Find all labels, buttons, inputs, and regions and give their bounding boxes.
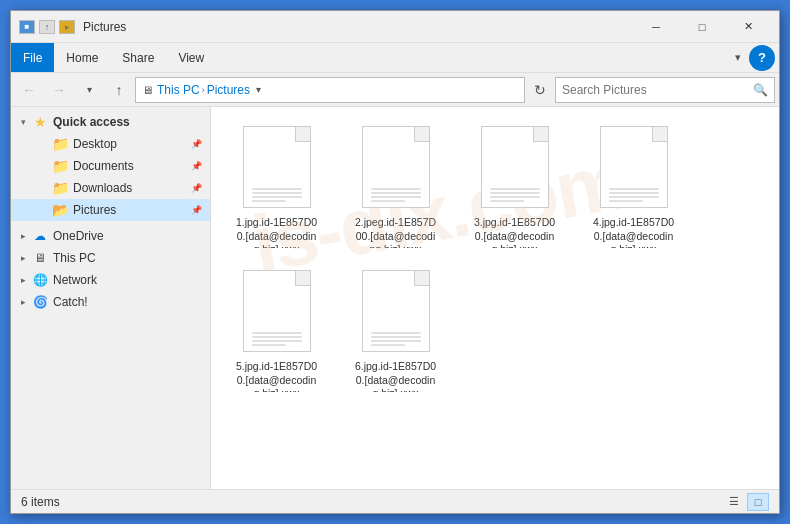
refresh-button[interactable]: ↻ — [527, 77, 553, 103]
menu-bar: File Home Share View ▾ ? — [11, 43, 779, 73]
title-bar-icons: ■ ↑ ▸ — [19, 20, 75, 34]
menu-file[interactable]: File — [11, 43, 54, 72]
file-name-6: 6.jpg.id-1E857D00.[data@decoding.biz].xw… — [355, 360, 436, 392]
sidebar-documents-label: Documents — [73, 159, 134, 173]
sidebar-item-network[interactable]: ▸ 🌐 Network — [11, 269, 210, 291]
quick-access-label: Quick access — [53, 115, 130, 129]
sidebar-item-downloads[interactable]: ▸ 📁 Downloads 📌 — [11, 177, 210, 199]
tb-icon-1: ■ — [19, 20, 35, 34]
menu-share[interactable]: Share — [110, 43, 166, 72]
close-button[interactable]: ✕ — [725, 11, 771, 43]
recent-locations-button[interactable]: ▾ — [75, 77, 103, 103]
file-thumb-6 — [356, 266, 436, 356]
file-doc-icon-2 — [362, 126, 430, 208]
file-doc-icon-6 — [362, 270, 430, 352]
tb-icon-3: ▸ — [59, 20, 75, 34]
address-bar: ← → ▾ ↑ 🖥 This PC › Pictures ▾ ↻ 🔍 — [11, 73, 779, 107]
pin-documents-icon: 📌 — [191, 161, 202, 171]
expand-network[interactable]: ▸ — [15, 272, 31, 288]
breadcrumb-bar[interactable]: 🖥 This PC › Pictures ▾ — [135, 77, 525, 103]
file-item-6[interactable]: 6.jpg.id-1E857D00.[data@decoding.biz].xw… — [338, 259, 453, 399]
sidebar-item-pictures[interactable]: ▸ 📂 Pictures 📌 — [11, 199, 210, 221]
file-thumb-5 — [237, 266, 317, 356]
sidebar-item-catch[interactable]: ▸ 🌀 Catch! — [11, 291, 210, 313]
tb-icon-2: ↑ — [39, 20, 55, 34]
menu-chevron-down[interactable]: ▾ — [727, 51, 749, 64]
expand-quick-access[interactable]: ▾ — [15, 114, 31, 130]
file-thumb-3 — [475, 122, 555, 212]
onedrive-icon: ☁ — [31, 228, 49, 244]
view-buttons: ☰ □ — [723, 493, 769, 511]
file-thumb-1 — [237, 122, 317, 212]
file-doc-icon-3 — [481, 126, 549, 208]
window-controls: ─ □ ✕ — [633, 11, 771, 43]
file-item-4[interactable]: 4.jpg.id-1E857D00.[data@decoding.biz].xw… — [576, 115, 691, 255]
sidebar-network-label: Network — [53, 273, 97, 287]
expand-onedrive[interactable]: ▸ — [15, 228, 31, 244]
sidebar-downloads-label: Downloads — [73, 181, 132, 195]
file-name-2: 2.jpeg.id-1E857D00.[data@decoding.biz].x… — [355, 216, 436, 248]
sidebar-pictures-label: Pictures — [73, 203, 116, 217]
large-icon-view-button[interactable]: □ — [747, 493, 769, 511]
bc-icon: 🖥 — [142, 84, 153, 96]
pin-downloads-icon: 📌 — [191, 183, 202, 193]
sidebar-item-thispc[interactable]: ▸ 🖥 This PC — [11, 247, 210, 269]
up-button[interactable]: ↑ — [105, 77, 133, 103]
documents-folder-icon: 📁 — [51, 158, 69, 174]
file-item-3[interactable]: 3.jpg.id-1E857D00.[data@decoding.biz].xw… — [457, 115, 572, 255]
file-name-5: 5.jpg.id-1E857D00.[data@decoding.biz].xw… — [236, 360, 317, 392]
sidebar-item-desktop[interactable]: ▸ 📁 Desktop 📌 — [11, 133, 210, 155]
file-doc-icon-5 — [243, 270, 311, 352]
sidebar-item-documents[interactable]: ▸ 📁 Documents 📌 — [11, 155, 210, 177]
sidebar-onedrive-label: OneDrive — [53, 229, 104, 243]
file-doc-icon-4 — [600, 126, 668, 208]
file-item-1[interactable]: 1.jpg.id-1E857D00.[data@decoding.biz].xw… — [219, 115, 334, 255]
thispc-icon: 🖥 — [31, 250, 49, 266]
maximize-button[interactable]: □ — [679, 11, 725, 43]
forward-button[interactable]: → — [45, 77, 73, 103]
menu-view[interactable]: View — [166, 43, 216, 72]
expand-catch[interactable]: ▸ — [15, 294, 31, 310]
sidebar-desktop-label: Desktop — [73, 137, 117, 151]
file-item-5[interactable]: 5.jpg.id-1E857D00.[data@decoding.biz].xw… — [219, 259, 334, 399]
bc-dropdown-arrow[interactable]: ▾ — [256, 84, 261, 95]
title-bar: ■ ↑ ▸ Pictures ─ □ ✕ — [11, 11, 779, 43]
bc-arrow-1: › — [202, 85, 205, 95]
catch-icon: 🌀 — [31, 294, 49, 310]
file-name-1: 1.jpg.id-1E857D00.[data@decoding.biz].xw… — [236, 216, 317, 248]
search-icon[interactable]: 🔍 — [753, 83, 768, 97]
bc-pictures[interactable]: Pictures — [207, 83, 250, 97]
back-button[interactable]: ← — [15, 77, 43, 103]
status-count: 6 items — [21, 495, 723, 509]
sidebar-catch-label: Catch! — [53, 295, 88, 309]
explorer-window: ■ ↑ ▸ Pictures ─ □ ✕ File Home Share Vie… — [10, 10, 780, 514]
pin-desktop-icon: 📌 — [191, 139, 202, 149]
file-thumb-4 — [594, 122, 674, 212]
star-icon: ★ — [31, 114, 49, 130]
search-bar: 🔍 — [555, 77, 775, 103]
status-bar: 6 items ☰ □ — [11, 489, 779, 513]
pictures-folder-icon: 📂 — [51, 202, 69, 218]
sidebar-item-onedrive[interactable]: ▸ ☁ OneDrive — [11, 225, 210, 247]
file-doc-icon-1 — [243, 126, 311, 208]
sidebar: ▾ ★ Quick access ▸ 📁 Desktop 📌 ▸ 📁 Docum… — [11, 107, 211, 489]
file-name-3: 3.jpg.id-1E857D00.[data@decoding.biz].xw… — [474, 216, 555, 248]
menu-home[interactable]: Home — [54, 43, 110, 72]
downloads-folder-icon: 📁 — [51, 180, 69, 196]
sidebar-thispc-label: This PC — [53, 251, 96, 265]
bc-thispc[interactable]: This PC — [157, 83, 200, 97]
file-thumb-2 — [356, 122, 436, 212]
file-name-4: 4.jpg.id-1E857D00.[data@decoding.biz].xw… — [593, 216, 674, 248]
file-area: is-dix.com 1.jpg.id-1E857D00.[data@decod… — [211, 107, 779, 489]
desktop-folder-icon: 📁 — [51, 136, 69, 152]
sidebar-item-quick-access[interactable]: ▾ ★ Quick access — [11, 111, 210, 133]
help-button[interactable]: ? — [749, 45, 775, 71]
search-input[interactable] — [562, 83, 749, 97]
expand-thispc[interactable]: ▸ — [15, 250, 31, 266]
window-title: Pictures — [83, 20, 633, 34]
pin-pictures-icon: 📌 — [191, 205, 202, 215]
main-area: ▾ ★ Quick access ▸ 📁 Desktop 📌 ▸ 📁 Docum… — [11, 107, 779, 489]
list-view-button[interactable]: ☰ — [723, 493, 745, 511]
minimize-button[interactable]: ─ — [633, 11, 679, 43]
file-item-2[interactable]: 2.jpeg.id-1E857D00.[data@decoding.biz].x… — [338, 115, 453, 255]
